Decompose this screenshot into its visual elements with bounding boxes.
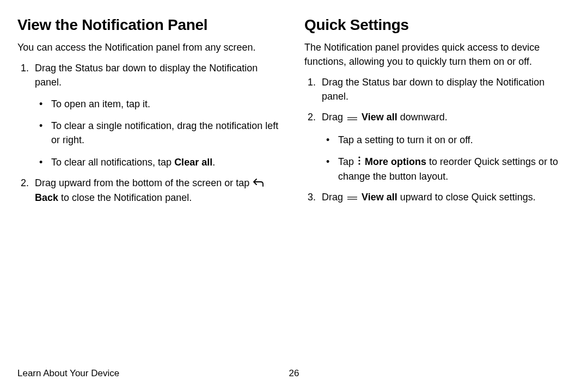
- svg-point-3: [358, 160, 360, 161]
- bullet-item: To open an item, tap it.: [35, 97, 284, 111]
- svg-point-2: [358, 156, 360, 158]
- right-step-1: Drag the Status bar down to display the …: [304, 75, 571, 103]
- right-step-3: Drag View all upward to close Quick sett…: [304, 190, 571, 205]
- left-step-2: Drag upward from the bottom of the scree…: [17, 176, 284, 205]
- text-post: upward to close Quick settings.: [397, 192, 536, 203]
- text-pre: Drag: [322, 192, 346, 203]
- bullet-item: To clear all notifications, tap Clear al…: [35, 155, 284, 169]
- text-post: to close the Notification panel.: [58, 192, 192, 203]
- bullet-item: Tap More options to reorder Quick settin…: [322, 155, 571, 183]
- step-text: Drag the Status bar down to display the …: [35, 63, 258, 88]
- bullet-item: To clear a single notification, drag the…: [35, 119, 284, 147]
- content-columns: View the Notification Panel You can acce…: [17, 16, 571, 205]
- clear-all-label: Clear all: [174, 157, 212, 168]
- text-pre: To clear all notifications, tap: [51, 157, 174, 168]
- page-footer: Learn About Your Device 26: [17, 368, 571, 379]
- view-all-icon: [347, 111, 358, 125]
- left-step-1: Drag the Status bar down to display the …: [17, 61, 284, 169]
- back-label: Back: [35, 192, 58, 203]
- left-column: View the Notification Panel You can acce…: [17, 16, 284, 205]
- more-options-label: More options: [362, 156, 426, 167]
- back-icon: [253, 176, 264, 191]
- left-steps: Drag the Status bar down to display the …: [17, 61, 284, 205]
- page-number: 26: [289, 368, 299, 379]
- view-all-label: View all: [359, 112, 397, 122]
- text-pre: Drag: [322, 112, 346, 122]
- text-pre: Tap: [338, 156, 357, 167]
- left-heading: View the Notification Panel: [17, 16, 284, 34]
- more-options-icon: [358, 155, 361, 169]
- right-heading: Quick Settings: [304, 16, 571, 34]
- right-step2-bullets: Tap a setting to turn it on or off. Tap …: [322, 133, 571, 183]
- text-post: .: [212, 157, 215, 168]
- left-step1-bullets: To open an item, tap it. To clear a sing…: [35, 97, 284, 169]
- footer-section-label: Learn About Your Device: [17, 368, 119, 379]
- view-all-icon: [347, 191, 358, 205]
- text-pre: Drag upward from the bottom of the scree…: [35, 177, 252, 188]
- left-intro: You can access the Notification panel fr…: [17, 40, 284, 54]
- view-all-label: View all: [359, 192, 397, 203]
- right-column: Quick Settings The Notification panel pr…: [304, 16, 571, 205]
- right-intro: The Notification panel provides quick ac…: [304, 40, 571, 69]
- right-steps: Drag the Status bar down to display the …: [304, 75, 571, 205]
- right-step-2: Drag View all downward. Tap a setting to…: [304, 110, 571, 183]
- svg-point-4: [358, 163, 360, 164]
- bullet-item: Tap a setting to turn it on or off.: [322, 133, 571, 147]
- text-post: downward.: [397, 112, 448, 122]
